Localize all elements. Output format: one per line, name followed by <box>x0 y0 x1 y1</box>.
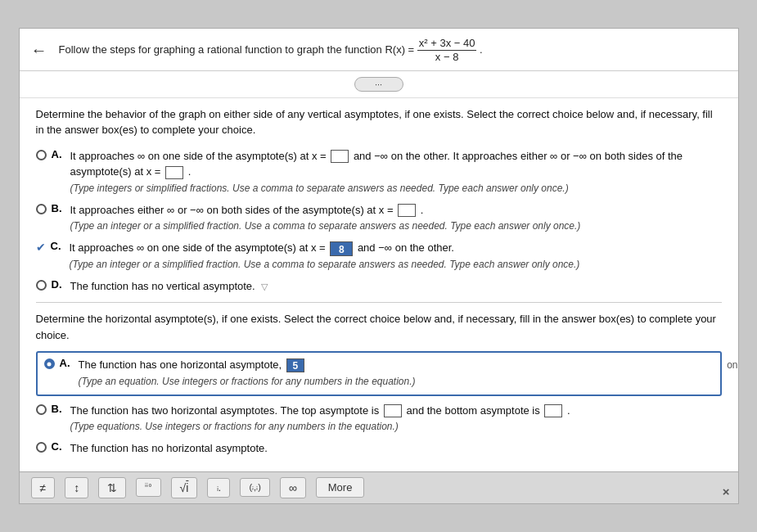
option-d-row: D. The function has no vertical asymptot… <box>36 278 722 295</box>
toolbar-btn-updown[interactable]: ↕ <box>65 477 88 498</box>
function-fraction: x² + 3x − 40 x − 8 <box>417 37 477 63</box>
header: ← Follow the steps for graphing a ration… <box>20 29 738 70</box>
main-container: ← Follow the steps for graphing a ration… <box>19 28 739 503</box>
option-a-note: (Type integers or simplified fractions. … <box>70 181 722 196</box>
option-a-radio[interactable] <box>36 150 47 160</box>
close-button[interactable]: × <box>723 485 730 498</box>
section2-option-b-radio[interactable] <box>36 404 47 415</box>
option-d-radio[interactable] <box>36 280 47 291</box>
option-b-label: B. <box>52 202 62 214</box>
option-c-content: It approaches ∞ on one side of the asymp… <box>70 240 722 272</box>
content-area: Determine the behavior of the graph on e… <box>20 98 738 471</box>
section2-option-b-box1[interactable] <box>384 404 402 417</box>
toolbar-btn-neq[interactable]: ≠ <box>31 477 56 498</box>
toolbar-more-button[interactable]: More <box>316 477 365 498</box>
on-label: on <box>727 359 737 371</box>
option-c-note: (Type an integer or a simplified fractio… <box>70 257 722 272</box>
section2-option-b-note: (Type equations. Use integers or fractio… <box>70 419 722 434</box>
section2-option-b-row: B. The function has two horizontal asymp… <box>36 403 722 435</box>
option-a-box2[interactable] <box>165 166 183 179</box>
toolbar: ≠ ↕ ⇅ ⁱⁱ° √i ᵢ. (ᵢ,ᵢ) ∞ More × <box>20 471 738 503</box>
section2-option-b-content: The function has two horizontal asymptot… <box>70 403 722 435</box>
toolbar-btn-arrows[interactable]: ⇅ <box>98 477 126 498</box>
option-c-answer-box[interactable]: 8 <box>330 241 353 256</box>
section2-option-a-label: A. <box>60 357 70 369</box>
header-instruction: Follow the steps for graphing a rational… <box>59 43 415 56</box>
section2-option-c-radio[interactable] <box>36 442 47 453</box>
section2-option-a-row: A. The function has one horizontal asymp… <box>44 357 714 389</box>
option-d-label: D. <box>52 278 62 291</box>
option-c-checkmark: ✔ <box>36 241 46 254</box>
option-a-content: It approaches ∞ on one side of the asymp… <box>70 148 722 196</box>
section2-option-a-radio[interactable] <box>44 358 55 369</box>
toolbar-btn-subscript[interactable]: ᵢ. <box>207 478 230 498</box>
option-a-row: A. It approaches ∞ on one side of the as… <box>36 148 722 196</box>
option-a-box1[interactable] <box>331 150 349 163</box>
section1-instruction: Determine the behavior of the graph on e… <box>36 106 722 138</box>
section2-option-c-label: C. <box>52 440 62 453</box>
section2-option-c-row: C. The function has no horizontal asympt… <box>36 440 722 457</box>
section2-option-b-box2[interactable] <box>544 404 562 417</box>
section2-option-a-answer[interactable]: 5 <box>286 358 304 372</box>
option-c-label: C. <box>51 240 61 252</box>
fraction-display: x² + 3x − 40 x − 8 . <box>417 43 483 56</box>
option-b-content: It approaches either ∞ or −∞ on both sid… <box>70 202 722 234</box>
collapse-button[interactable]: ··· <box>354 77 403 92</box>
section-divider <box>36 302 722 303</box>
option-a-label: A. <box>52 148 62 160</box>
toolbar-btn-infinity[interactable]: ∞ <box>280 477 306 498</box>
section1-options: A. It approaches ∞ on one side of the as… <box>36 148 722 295</box>
option-b-box1[interactable] <box>398 204 416 217</box>
section2-instruction: Determine the horizontal asymptote(s), i… <box>36 311 722 343</box>
section2-option-a-content: The function has one horizontal asymptot… <box>79 357 714 389</box>
header-text: Follow the steps for graphing a rational… <box>59 37 727 63</box>
back-button[interactable]: ← <box>31 41 47 60</box>
fraction-numerator: x² + 3x − 40 <box>417 37 477 51</box>
toolbar-btn-degree[interactable]: ⁱⁱ° <box>136 478 160 497</box>
toolbar-btn-sqrt[interactable]: √i <box>171 477 198 498</box>
section2-option-a-selected: A. The function has one horizontal asymp… <box>36 351 722 396</box>
toolbar-btn-interval[interactable]: (ᵢ,ᵢ) <box>240 478 269 497</box>
section2-option-b-label: B. <box>52 403 62 415</box>
section2-option-a-note: (Type an equation. Use integers or fract… <box>79 374 714 389</box>
option-b-note: (Type an integer or a simplified fractio… <box>70 219 722 233</box>
option-d-icon: ▽ <box>261 282 268 291</box>
option-b-radio[interactable] <box>36 204 47 214</box>
section2-option-c-content: The function has no horizontal asymptote… <box>70 440 722 457</box>
fraction-denominator: x − 8 <box>434 51 461 64</box>
option-c-row: ✔ C. It approaches ∞ on one side of the … <box>36 240 722 272</box>
option-d-content: The function has no vertical asymptote. … <box>70 278 722 295</box>
option-b-row: B. It approaches either ∞ or −∞ on both … <box>36 202 722 234</box>
